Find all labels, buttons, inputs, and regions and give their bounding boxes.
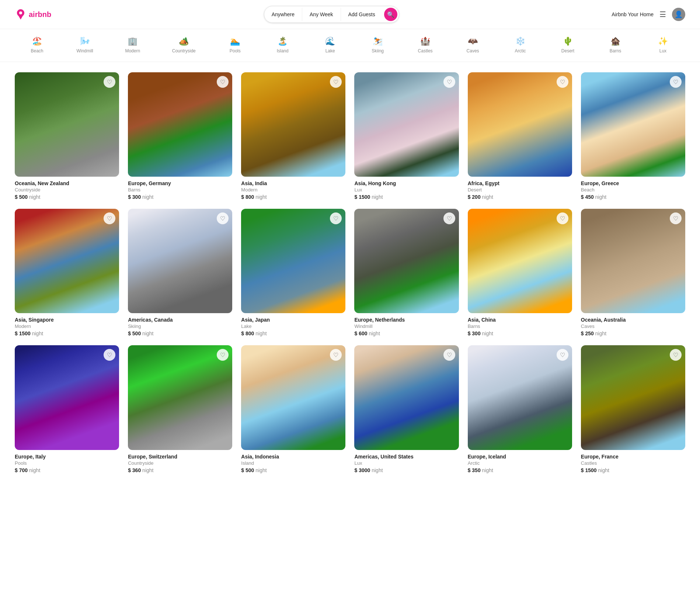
favorite-button[interactable]: ♡ <box>443 76 455 88</box>
price-amount: $ 200 <box>468 194 482 200</box>
avatar[interactable]: 👤 <box>672 8 685 21</box>
desert-icon: 🌵 <box>563 37 573 46</box>
category-item-lake[interactable]: 🌊Lake <box>319 35 341 56</box>
favorite-button[interactable]: ♡ <box>330 349 342 361</box>
category-label-pools: Pools <box>230 48 241 53</box>
price-night: night <box>595 194 606 200</box>
category-item-beach[interactable]: 🏖️Beach <box>26 35 48 56</box>
listing-location: Europe, Germany <box>128 180 232 186</box>
price-night: night <box>482 194 493 200</box>
listing-type: Island <box>241 460 345 466</box>
listing-price: $ 500 night <box>128 330 232 336</box>
favorite-button[interactable]: ♡ <box>443 349 455 361</box>
category-item-castles[interactable]: 🏰Castles <box>414 35 436 56</box>
price-amount: $ 3000 <box>354 467 372 473</box>
modern-icon: 🏢 <box>128 37 137 46</box>
category-item-windmill[interactable]: 🌬️Windmill <box>73 35 96 56</box>
listing-image: ♡ <box>241 345 345 450</box>
favorite-button[interactable]: ♡ <box>557 76 568 88</box>
category-item-pools[interactable]: 🏊Pools <box>224 35 246 56</box>
listing-type: Castles <box>581 460 685 466</box>
search-guests[interactable]: Add Guests <box>341 8 383 21</box>
listing-card[interactable]: ♡Europe, SwitzerlandCountryside$ 360 nig… <box>128 345 232 473</box>
listing-price: $ 500 night <box>241 467 345 473</box>
price-amount: $ 300 <box>468 330 482 336</box>
price-night: night <box>372 194 383 200</box>
pools-icon: 🏊 <box>230 37 240 46</box>
favorite-button[interactable]: ♡ <box>104 349 115 361</box>
favorite-button[interactable]: ♡ <box>330 212 342 224</box>
category-item-lux[interactable]: ✨Lux <box>652 35 674 56</box>
price-amount: $ 360 <box>128 467 142 473</box>
listing-card[interactable]: ♡Asia, ChinaBarns$ 300 night <box>468 209 572 336</box>
listing-image: ♡ <box>354 345 459 450</box>
listing-card[interactable]: ♡Europe, GreeceBeach$ 450 night <box>581 72 685 200</box>
search-where[interactable]: Anywhere <box>264 8 302 21</box>
listing-location: Asia, Hong Kong <box>354 180 459 186</box>
category-item-island[interactable]: 🏝️Island <box>272 35 294 56</box>
listing-image: ♡ <box>581 209 685 313</box>
favorite-button[interactable]: ♡ <box>670 212 682 224</box>
category-item-skiing[interactable]: ⛷️Skiing <box>367 35 389 56</box>
listing-price: $ 200 night <box>468 194 572 200</box>
category-item-modern[interactable]: 🏢Modern <box>122 35 144 56</box>
listing-price: $ 800 night <box>241 330 345 336</box>
listing-card[interactable]: ♡Americas, United StatesLux$ 3000 night <box>354 345 459 473</box>
listing-location: Europe, France <box>581 454 685 460</box>
category-nav: 🏖️Beach🌬️Windmill🏢Modern🏕️Countryside🏊Po… <box>0 29 700 62</box>
favorite-button[interactable]: ♡ <box>217 349 229 361</box>
price-night: night <box>142 330 153 336</box>
favorite-button[interactable]: ♡ <box>670 349 682 361</box>
listing-card[interactable]: ♡Africa, EgyptDesert$ 200 night <box>468 72 572 200</box>
listing-card[interactable]: ♡Americas, CanadaSkiing$ 500 night <box>128 209 232 336</box>
airbnb-your-home-link[interactable]: Airbnb Your Home <box>612 11 654 17</box>
favorite-button[interactable]: ♡ <box>670 76 682 88</box>
listing-card[interactable]: ♡Europe, ItalyPools$ 700 night <box>15 345 119 473</box>
logo[interactable]: airbnb <box>15 8 51 20</box>
price-amount: $ 600 <box>354 330 369 336</box>
listing-card[interactable]: ♡Asia, SingaporeModern$ 1500 night <box>15 209 119 336</box>
category-item-caves[interactable]: 🦇Caves <box>462 35 484 56</box>
price-amount: $ 1500 <box>15 330 32 336</box>
category-label-skiing: Skiing <box>372 48 384 53</box>
caves-icon: 🦇 <box>468 37 478 46</box>
favorite-button[interactable]: ♡ <box>443 212 455 224</box>
listing-card[interactable]: ♡Asia, JapanLake$ 800 night <box>241 209 345 336</box>
category-item-barns[interactable]: 🏚️Barns <box>604 35 626 56</box>
listing-card[interactable]: ♡Oceania, New ZealandCountryside$ 500 ni… <box>15 72 119 200</box>
listing-price: $ 300 night <box>128 194 232 200</box>
favorite-button[interactable]: ♡ <box>104 212 115 224</box>
listing-card[interactable]: ♡Europe, FranceCastles$ 1500 night <box>581 345 685 473</box>
listing-location: Asia, China <box>468 317 572 323</box>
search-when[interactable]: Any Week <box>302 8 341 21</box>
favorite-button[interactable]: ♡ <box>217 212 229 224</box>
favorite-button[interactable]: ♡ <box>330 76 342 88</box>
listing-card[interactable]: ♡Europe, GermanyBarns$ 300 night <box>128 72 232 200</box>
listing-card[interactable]: ♡Europe, NetherlandsWindmill$ 600 night <box>354 209 459 336</box>
listing-location: Europe, Italy <box>15 454 119 460</box>
favorite-button[interactable]: ♡ <box>557 212 568 224</box>
listing-location: Asia, India <box>241 180 345 186</box>
listing-card[interactable]: ♡Asia, IndonesiaIsland$ 500 night <box>241 345 345 473</box>
listing-price: $ 250 night <box>581 330 685 336</box>
listing-card[interactable]: ♡Oceania, AustraliaCaves$ 250 night <box>581 209 685 336</box>
search-button[interactable]: 🔍 <box>384 8 397 21</box>
skiing-icon: ⛷️ <box>373 37 383 46</box>
listing-type: Beach <box>581 187 685 193</box>
favorite-button[interactable]: ♡ <box>557 349 568 361</box>
listing-price: $ 1500 night <box>15 330 119 336</box>
listing-image: ♡ <box>15 72 119 177</box>
favorite-button[interactable]: ♡ <box>217 76 229 88</box>
listing-type: Pools <box>15 460 119 466</box>
listing-card[interactable]: ♡Europe, IcelandArctic$ 350 night <box>468 345 572 473</box>
category-item-desert[interactable]: 🌵Desert <box>557 35 579 56</box>
listing-card[interactable]: ♡Asia, IndiaModern$ 800 night <box>241 72 345 200</box>
category-item-arctic[interactable]: ❄️Arctic <box>509 35 532 56</box>
category-item-countryside[interactable]: 🏕️Countryside <box>169 35 199 56</box>
menu-icon[interactable]: ☰ <box>659 10 666 19</box>
price-night: night <box>598 467 609 473</box>
listing-price: $ 1500 night <box>354 194 459 200</box>
favorite-button[interactable]: ♡ <box>104 76 115 88</box>
lux-icon: ✨ <box>658 37 668 46</box>
listing-card[interactable]: ♡Asia, Hong KongLux$ 1500 night <box>354 72 459 200</box>
